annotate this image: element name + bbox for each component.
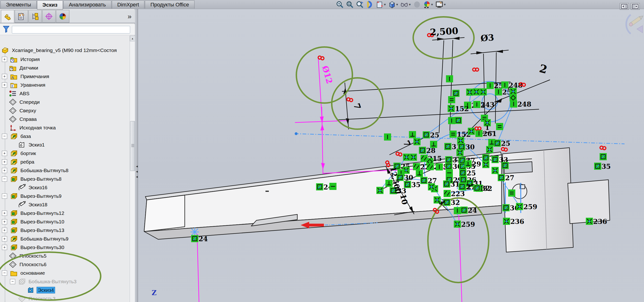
splitter-collapse-icon[interactable]: ◄: [135, 170, 138, 173]
chevron-down-icon[interactable]: ▾: [431, 2, 433, 7]
tree-expander[interactable]: +: [2, 236, 7, 242]
heads-up-view-toolbar: ▾▾▾▾▾: [335, 0, 448, 9]
zoom-area-icon[interactable]: [345, 0, 354, 9]
folder-clock-icon: [10, 56, 18, 63]
tab-5[interactable]: Продукты Office: [145, 0, 194, 8]
tree-expander[interactable]: +: [2, 82, 7, 88]
tree-item-Спереди[interactable]: Спереди: [0, 98, 40, 106]
tree-item-Бобышка-Вытянуть9[interactable]: +Бобышка-Вытянуть9: [0, 234, 69, 243]
manager-pane-tabs: »: [0, 10, 135, 23]
tree-item-Вырез-Вытянуть8[interactable]: −Вырез-Вытянуть8: [0, 175, 62, 183]
panel-splitter[interactable]: ◄ ◄ ◄: [135, 9, 138, 302]
configuration-manager-icon[interactable]: [28, 10, 42, 23]
cut-icon: [10, 192, 18, 200]
tree-item-Бобышка-Вытянуть8[interactable]: +Бобышка-Вытянуть8: [0, 166, 69, 175]
tree-expander[interactable]: −: [2, 134, 7, 139]
zoom-previous-icon[interactable]: [355, 0, 364, 9]
tree-expander[interactable]: −: [10, 279, 15, 284]
chevron-down-icon[interactable]: ▾: [409, 2, 411, 7]
tree-item-Вырез-Вытянуть9[interactable]: −Вырез-Вытянуть9: [0, 192, 62, 200]
chevron-down-icon[interactable]: ▾: [396, 2, 398, 7]
tree-item-Плоскость6[interactable]: Плоскость6: [0, 260, 48, 269]
tree-item-Вырез-Вытянуть12[interactable]: +Вырез-Вытянуть12: [0, 209, 65, 218]
appearance-icon[interactable]: ▾: [422, 0, 434, 9]
panel-overflow-chevron[interactable]: »: [128, 12, 132, 20]
tab-4[interactable]: DimXpert: [112, 0, 144, 8]
display-manager-icon[interactable]: [56, 10, 69, 23]
tree-item-ABS[interactable]: ABS: [0, 89, 30, 98]
tree-item-Датчики[interactable]: Датчики: [0, 64, 39, 72]
chevron-down-icon[interactable]: ▾: [384, 2, 386, 7]
ribbon-tab-bar: ЭлементыЭскизАнализироватьDimXpertПродук…: [0, 0, 644, 9]
splitter-collapse-icon[interactable]: ◄: [135, 164, 138, 168]
svg-text:Σ: Σ: [12, 84, 13, 88]
tree-expander[interactable]: +: [2, 228, 7, 233]
tree-item-Вырез-Вытянуть13[interactable]: +Вырез-Вытянуть13: [0, 226, 65, 234]
tree-item-Эскиз18[interactable]: Эскиз18: [0, 200, 48, 209]
expand-pane-right-icon[interactable]: [631, 3, 640, 10]
tree-item-Плоскость3[interactable]: Плоскость3: [0, 294, 56, 302]
tree-filter-input[interactable]: [12, 26, 130, 34]
tree-expander[interactable]: +: [2, 168, 7, 173]
collapse-pane-left-icon[interactable]: [620, 3, 629, 10]
tree-item-Вырез-Вытянуть30[interactable]: +Вырез-Вытянуть30: [0, 243, 65, 252]
tree-expander[interactable]: −: [2, 176, 7, 182]
tree-item-база[interactable]: −база: [0, 132, 32, 140]
tree-expander[interactable]: +: [2, 210, 7, 216]
feature-manager-icon[interactable]: [1, 10, 14, 23]
shadow-icon[interactable]: [412, 0, 422, 9]
tab-2[interactable]: Эскиз: [37, 0, 63, 10]
zoom-fit-icon[interactable]: [335, 0, 344, 9]
splitter-collapse-icon[interactable]: ◄: [135, 175, 138, 178]
tree-item-label: Справа: [18, 116, 38, 122]
scroll-up-arrow[interactable]: ▲: [130, 36, 135, 41]
tree-expander[interactable]: +: [2, 159, 7, 164]
tree-item-label: ABS: [18, 90, 30, 97]
tree-item-ребра[interactable]: +ребра: [0, 158, 36, 166]
property-manager-icon[interactable]: [15, 10, 28, 23]
tree-item-Уравнения[interactable]: +ΣУравнения: [0, 81, 46, 89]
tree-item-Эскиз16[interactable]: Эскиз16: [0, 183, 48, 192]
tree-expander[interactable]: +: [2, 219, 7, 224]
tree-item-label: Эскиз18: [28, 202, 48, 208]
tree-root-label: Xcarriage_bearing_v5 (M90 rod 12mm<Состо…: [11, 47, 118, 54]
tree-item-label: бортик: [20, 150, 37, 156]
tree-item-бортик[interactable]: +бортик: [0, 149, 37, 158]
tree-root-item[interactable]: Xcarriage_bearing_v5 (M90 rod 12mm<Состо…: [2, 46, 118, 54]
origin-icon: [9, 124, 16, 132]
hide-show-items-icon[interactable]: ▾: [400, 0, 412, 9]
tree-expander[interactable]: +: [2, 151, 7, 156]
graphics-area[interactable]: [138, 9, 644, 302]
tree-item-Исходная точка[interactable]: Исходная точка: [0, 124, 57, 132]
tree-item-Эскиз1[interactable]: Эскиз1: [0, 140, 46, 149]
tree-item-Справа[interactable]: Справа: [0, 115, 38, 124]
tree-expander[interactable]: +: [2, 74, 7, 79]
tree-item-Примечания[interactable]: +AПримечания: [0, 72, 50, 81]
tree-expander[interactable]: +: [2, 245, 7, 250]
dimxpert-manager-icon[interactable]: [42, 10, 56, 23]
tree-item-label: основание: [20, 270, 46, 276]
folder-sigma-icon: Σ: [10, 81, 18, 89]
scroll-thumb[interactable]: [130, 121, 135, 171]
chevron-down-icon[interactable]: ▾: [444, 2, 446, 7]
tree-item-История[interactable]: +История: [0, 55, 40, 64]
tree-item-основание[interactable]: −основание: [0, 269, 46, 277]
scene-icon[interactable]: ▾: [434, 0, 446, 9]
tree-item-Сверху[interactable]: Сверху: [0, 106, 37, 115]
tree-item-Вырез-Вытянуть10[interactable]: +Вырез-Вытянуть10: [0, 218, 65, 226]
tree-item-Плоскость5[interactable]: Плоскость5: [0, 252, 48, 260]
tree-item-Эскиз4[interactable]: Эскиз4: [0, 286, 55, 294]
tree-expander[interactable]: +: [2, 57, 7, 62]
folder-gauge-icon: [9, 64, 16, 72]
folder-icon: [10, 269, 18, 277]
section-view-icon[interactable]: [365, 0, 374, 9]
display-style-icon[interactable]: ▾: [388, 0, 399, 9]
tab-1[interactable]: Элементы: [0, 0, 36, 8]
tree-expander[interactable]: −: [2, 194, 7, 199]
tree-expander[interactable]: −: [2, 270, 7, 276]
tree-item-Бобышка-Вытянуть3[interactable]: −Бобышка-Вытянуть3: [0, 277, 78, 286]
tree-scrollbar[interactable]: ▲: [130, 36, 135, 302]
feature-tree: Xcarriage_bearing_v5 (M90 rod 12mm<Состо…: [0, 36, 130, 302]
view-orientation-icon[interactable]: ▾: [375, 0, 386, 9]
tab-3[interactable]: Анализировать: [64, 0, 111, 8]
